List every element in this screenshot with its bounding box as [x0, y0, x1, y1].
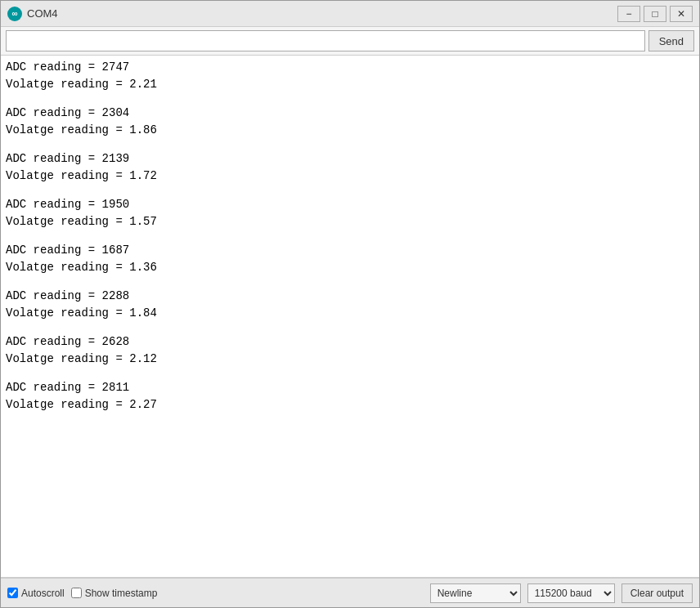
status-bar: Autoscroll Show timestamp No line ending… — [1, 578, 699, 607]
input-bar: Send — [1, 27, 699, 56]
output-line: ADC reading = 1687 — [6, 242, 694, 259]
window-controls: − □ ✕ — [617, 6, 693, 22]
output-blank-line — [6, 93, 694, 105]
arduino-logo-icon: ∞ — [7, 7, 22, 21]
output-line: Volatge reading = 2.27 — [6, 396, 694, 414]
output-blank-line — [6, 230, 694, 242]
output-blank-line — [6, 185, 694, 196]
autoscroll-checkbox[interactable] — [7, 588, 18, 598]
serial-input[interactable] — [6, 30, 645, 51]
autoscroll-label[interactable]: Autoscroll — [7, 588, 65, 599]
window-title: COM4 — [27, 7, 58, 20]
output-line: ADC reading = 2139 — [6, 150, 694, 168]
output-line: ADC reading = 2747 — [6, 59, 694, 76]
output-blank-line — [6, 276, 694, 288]
output-line: Volatge reading = 1.84 — [6, 305, 694, 322]
newline-dropdown[interactable]: No line endingNewlineCarriage returnBoth… — [430, 583, 521, 603]
output-line: Volatge reading = 1.36 — [6, 259, 694, 276]
minimize-button[interactable]: − — [617, 6, 640, 22]
output-blank-line — [6, 368, 694, 379]
maximize-button[interactable]: □ — [644, 6, 666, 22]
output-line: Volatge reading = 1.57 — [6, 213, 694, 230]
output-line: Volatge reading = 1.72 — [6, 168, 694, 185]
output-line: Volatge reading = 2.21 — [6, 76, 694, 93]
title-bar-left: ∞ COM4 — [7, 7, 58, 21]
close-button[interactable]: ✕ — [670, 6, 693, 22]
show-timestamp-checkbox[interactable] — [71, 588, 82, 598]
output-line: ADC reading = 2628 — [6, 333, 694, 351]
output-line: Volatge reading = 2.12 — [6, 351, 694, 368]
baud-rate-dropdown[interactable]: 300 baud1200 baud2400 baud4800 baud9600 … — [527, 583, 615, 603]
title-bar: ∞ COM4 − □ ✕ — [1, 1, 699, 27]
output-line: ADC reading = 2811 — [6, 379, 694, 396]
output-blank-line — [6, 322, 694, 333]
send-button[interactable]: Send — [648, 30, 694, 51]
serial-monitor-window: ∞ COM4 − □ ✕ Send ADC reading = 2747Vola… — [0, 0, 700, 608]
output-line: Volatge reading = 1.86 — [6, 122, 694, 139]
autoscroll-text: Autoscroll — [21, 588, 65, 599]
show-timestamp-text: Show timestamp — [85, 588, 158, 599]
output-line: ADC reading = 2304 — [6, 105, 694, 122]
clear-output-button[interactable]: Clear output — [621, 583, 693, 603]
output-line: ADC reading = 1950 — [6, 196, 694, 213]
output-area[interactable]: ADC reading = 2747Volatge reading = 2.21… — [1, 56, 699, 578]
show-timestamp-label[interactable]: Show timestamp — [71, 588, 158, 599]
output-line: ADC reading = 2288 — [6, 288, 694, 305]
output-blank-line — [6, 139, 694, 150]
